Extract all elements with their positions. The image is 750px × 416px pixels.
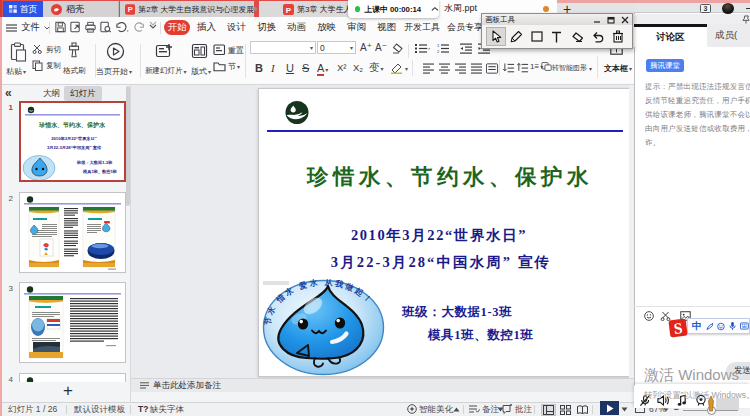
subscript-button[interactable]: X₂ xyxy=(353,62,363,73)
menu-tab-slideshow[interactable]: 放映 xyxy=(317,19,336,36)
eraser-tool[interactable] xyxy=(567,27,587,46)
decrease-indent-icon[interactable] xyxy=(460,43,473,54)
tab-docer[interactable]: 稻壳 xyxy=(43,1,119,17)
increase-spacing-icon[interactable] xyxy=(503,63,515,74)
menu-tab-design[interactable]: 设计 xyxy=(227,19,246,36)
copy-button[interactable]: 复制 xyxy=(46,61,61,71)
pen-tool[interactable] xyxy=(506,27,526,46)
reset-button[interactable]: 重置 xyxy=(228,45,244,56)
italic-button[interactable]: I xyxy=(271,62,275,74)
panel-close-icon[interactable] xyxy=(621,16,629,24)
decrease-spacing-icon[interactable] xyxy=(517,63,529,74)
ime-pen-icon[interactable] xyxy=(706,322,714,331)
notes-bar[interactable]: 单击此处添加备注 xyxy=(131,378,634,392)
highlight-caret[interactable]: ▾ xyxy=(405,65,408,72)
tab-document-1[interactable]: P 第2章 大学生自我意识与心理发展 xyxy=(120,1,254,17)
missing-font-label[interactable]: 缺失字体 xyxy=(150,404,184,416)
clear-all-tool[interactable] xyxy=(608,27,628,46)
strikethrough-button[interactable]: S xyxy=(302,62,309,74)
menu-tab-transition[interactable]: 切换 xyxy=(257,19,276,36)
collapse-chevron-icon[interactable] xyxy=(431,7,439,12)
collapse-panel-button[interactable]: « xyxy=(5,86,12,100)
slide-sorter-button[interactable] xyxy=(558,404,573,416)
print-preview-icon[interactable] xyxy=(99,20,112,34)
slide-title[interactable]: 珍惜水、节约水、保护水 xyxy=(296,162,604,191)
member-count-icon[interactable]: 3 xyxy=(700,4,711,13)
water-drop-mascot[interactable]: 节水 惜水 爱水 从我做起！ xyxy=(262,279,386,376)
select-tool[interactable] xyxy=(486,27,506,46)
window-minimize-icon[interactable] xyxy=(746,8,750,10)
cut-button[interactable]: 剪切 xyxy=(46,45,61,55)
font-size-select[interactable]: 0▾ xyxy=(317,41,356,54)
slide-1-thumbnail[interactable]: 珍惜水、节约水、保护水 2010年3月22“世界水日” 3月22-3月28“中国… xyxy=(19,101,126,182)
highlight-color-icon[interactable] xyxy=(390,63,403,74)
layout-button[interactable]: 版式▾ xyxy=(191,66,211,77)
menu-tab-animation[interactable]: 动画 xyxy=(287,19,306,36)
discussion-tab[interactable]: 讨论区 xyxy=(634,24,707,47)
text-box-button[interactable]: 文本框▾ xyxy=(604,63,632,74)
comment-icon[interactable] xyxy=(502,404,513,414)
menu-tab-member[interactable]: 会员专享 xyxy=(447,19,483,36)
slideshow-play-button[interactable] xyxy=(600,401,619,415)
play-from-current-button[interactable]: 当页开始▾ xyxy=(96,66,132,77)
format-painter-icon[interactable] xyxy=(68,42,80,59)
slide-subtitle-1[interactable]: 2010年3月22“世界水日” xyxy=(308,226,570,245)
comment-label[interactable]: 批注 xyxy=(515,404,532,416)
normal-view-button[interactable] xyxy=(541,404,556,416)
members-tab[interactable]: 成员( xyxy=(707,24,750,47)
play-from-current-icon[interactable] xyxy=(106,42,125,61)
menu-tab-devtools[interactable]: 开发工具 xyxy=(404,19,440,36)
decrease-font-icon[interactable]: A⁻ xyxy=(375,42,387,53)
new-slide-button[interactable]: 新建幻灯片▾ xyxy=(145,66,187,76)
ime-emoji-icon[interactable] xyxy=(717,322,725,331)
class-status-pill[interactable]: 上课中 00:00:14 xyxy=(348,0,439,18)
numbering-icon[interactable]: 12 xyxy=(437,43,453,54)
menu-tab-review[interactable]: 审阅 xyxy=(347,19,366,36)
outline-tab[interactable]: 大纲 xyxy=(43,88,60,100)
superscript-button[interactable]: X² xyxy=(337,62,347,73)
cut-icon[interactable] xyxy=(32,44,43,54)
more-commands-icon[interactable] xyxy=(149,20,157,34)
clear-format-icon[interactable] xyxy=(391,43,404,54)
new-slide-icon[interactable] xyxy=(155,43,173,60)
panel-scrollbar[interactable] xyxy=(126,86,130,206)
notes-toggle-icon[interactable] xyxy=(469,405,480,413)
emoji-icon[interactable] xyxy=(644,311,654,321)
design-template-label[interactable]: 默认设计模板 xyxy=(74,404,125,416)
bullets-icon[interactable] xyxy=(415,43,431,54)
ime-keyboard-icon[interactable] xyxy=(740,322,749,330)
align-right-icon[interactable] xyxy=(455,63,467,74)
text-tool[interactable] xyxy=(547,27,567,46)
font-color-button[interactable]: A▾ xyxy=(317,62,328,76)
undo-tool[interactable] xyxy=(588,27,608,46)
smart-graphic-icon[interactable] xyxy=(541,61,552,72)
zoom-caret-icon[interactable] xyxy=(663,408,669,412)
paste-icon[interactable] xyxy=(10,42,27,62)
redo-icon[interactable] xyxy=(133,20,146,34)
text-effects-button[interactable]: 变▾ xyxy=(369,61,384,75)
align-center-icon[interactable] xyxy=(439,63,451,74)
beautify-icon[interactable] xyxy=(407,404,417,414)
section-icon[interactable] xyxy=(213,61,226,72)
reading-view-button[interactable] xyxy=(575,404,590,416)
copy-icon[interactable] xyxy=(32,60,43,71)
bold-button[interactable]: B xyxy=(255,62,263,74)
play-caret-icon[interactable] xyxy=(621,407,628,412)
paste-button[interactable]: 粘贴▾ xyxy=(6,66,26,77)
font-name-select[interactable]: ▾ xyxy=(250,41,316,54)
ime-mic-icon[interactable] xyxy=(729,321,736,331)
align-left-icon[interactable] xyxy=(423,63,435,74)
align-justify-icon[interactable] xyxy=(471,63,483,74)
tab-home[interactable]: 首页 xyxy=(3,1,43,17)
menu-tab-insert[interactable]: 插入 xyxy=(197,19,216,36)
ime-mode-chinese[interactable]: 中 xyxy=(692,320,702,333)
slide-subtitle-2[interactable]: 3月22-3月28“中国水周” 宣传 xyxy=(296,253,586,272)
menu-tab-home-start[interactable]: 开始 xyxy=(164,20,190,35)
file-menu[interactable]: 文件 xyxy=(6,19,50,36)
user-avatar[interactable] xyxy=(722,3,734,14)
slide-3-thumbnail[interactable] xyxy=(19,282,126,363)
menu-tab-view[interactable]: 视图 xyxy=(377,19,396,36)
print-icon[interactable] xyxy=(84,20,97,34)
increase-font-icon[interactable]: A⁺ xyxy=(360,42,372,53)
beautify-label[interactable]: 智能美化 xyxy=(419,404,453,416)
